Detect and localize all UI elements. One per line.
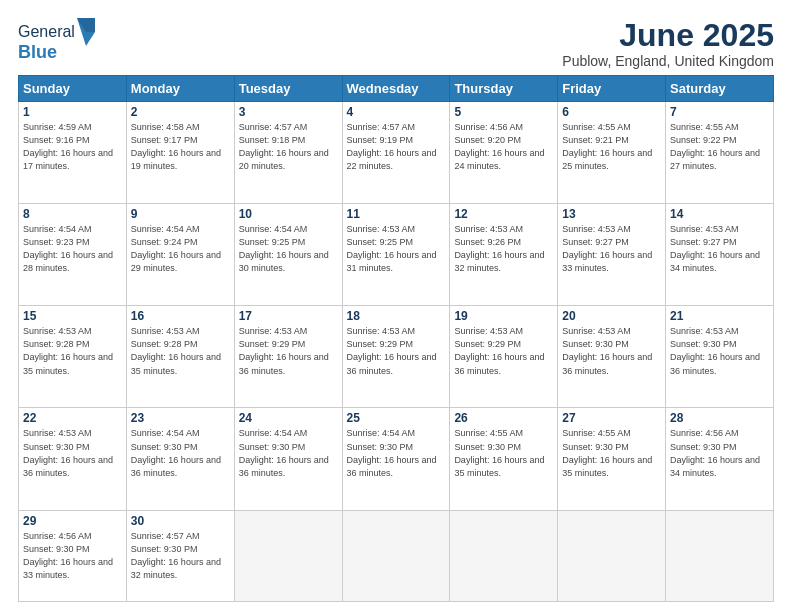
calendar-cell: 25Sunrise: 4:54 AMSunset: 9:30 PMDayligh… bbox=[342, 408, 450, 510]
day-info: Sunrise: 4:56 AMSunset: 9:30 PMDaylight:… bbox=[670, 427, 769, 479]
day-info: Sunrise: 4:58 AMSunset: 9:17 PMDaylight:… bbox=[131, 121, 230, 173]
calendar-week-row: 8Sunrise: 4:54 AMSunset: 9:23 PMDaylight… bbox=[19, 204, 774, 306]
calendar-week-row: 15Sunrise: 4:53 AMSunset: 9:28 PMDayligh… bbox=[19, 306, 774, 408]
calendar-cell: 10Sunrise: 4:54 AMSunset: 9:25 PMDayligh… bbox=[234, 204, 342, 306]
day-number: 12 bbox=[454, 207, 553, 221]
day-info: Sunrise: 4:55 AMSunset: 9:30 PMDaylight:… bbox=[454, 427, 553, 479]
day-number: 9 bbox=[131, 207, 230, 221]
day-info: Sunrise: 4:54 AMSunset: 9:30 PMDaylight:… bbox=[131, 427, 230, 479]
day-number: 19 bbox=[454, 309, 553, 323]
calendar-cell: 6Sunrise: 4:55 AMSunset: 9:21 PMDaylight… bbox=[558, 102, 666, 204]
calendar-cell: 22Sunrise: 4:53 AMSunset: 9:30 PMDayligh… bbox=[19, 408, 127, 510]
calendar-cell: 20Sunrise: 4:53 AMSunset: 9:30 PMDayligh… bbox=[558, 306, 666, 408]
day-info: Sunrise: 4:53 AMSunset: 9:30 PMDaylight:… bbox=[23, 427, 122, 479]
day-info: Sunrise: 4:55 AMSunset: 9:21 PMDaylight:… bbox=[562, 121, 661, 173]
header: General Blue June 2025 Publow, England, … bbox=[18, 18, 774, 69]
calendar-cell: 8Sunrise: 4:54 AMSunset: 9:23 PMDaylight… bbox=[19, 204, 127, 306]
calendar-cell: 16Sunrise: 4:53 AMSunset: 9:28 PMDayligh… bbox=[126, 306, 234, 408]
calendar-header-row: Sunday Monday Tuesday Wednesday Thursday… bbox=[19, 76, 774, 102]
day-info: Sunrise: 4:53 AMSunset: 9:25 PMDaylight:… bbox=[347, 223, 446, 275]
calendar-cell: 15Sunrise: 4:53 AMSunset: 9:28 PMDayligh… bbox=[19, 306, 127, 408]
day-number: 27 bbox=[562, 411, 661, 425]
day-number: 30 bbox=[131, 514, 230, 528]
day-number: 15 bbox=[23, 309, 122, 323]
day-info: Sunrise: 4:55 AMSunset: 9:30 PMDaylight:… bbox=[562, 427, 661, 479]
calendar-cell: 2Sunrise: 4:58 AMSunset: 9:17 PMDaylight… bbox=[126, 102, 234, 204]
calendar-cell: 21Sunrise: 4:53 AMSunset: 9:30 PMDayligh… bbox=[666, 306, 774, 408]
day-info: Sunrise: 4:57 AMSunset: 9:18 PMDaylight:… bbox=[239, 121, 338, 173]
day-info: Sunrise: 4:53 AMSunset: 9:29 PMDaylight:… bbox=[347, 325, 446, 377]
col-monday: Monday bbox=[126, 76, 234, 102]
day-number: 23 bbox=[131, 411, 230, 425]
day-number: 24 bbox=[239, 411, 338, 425]
day-number: 20 bbox=[562, 309, 661, 323]
day-info: Sunrise: 4:53 AMSunset: 9:30 PMDaylight:… bbox=[670, 325, 769, 377]
day-info: Sunrise: 4:53 AMSunset: 9:28 PMDaylight:… bbox=[23, 325, 122, 377]
day-info: Sunrise: 4:54 AMSunset: 9:30 PMDaylight:… bbox=[347, 427, 446, 479]
day-number: 21 bbox=[670, 309, 769, 323]
calendar-cell: 11Sunrise: 4:53 AMSunset: 9:25 PMDayligh… bbox=[342, 204, 450, 306]
subtitle: Publow, England, United Kingdom bbox=[562, 53, 774, 69]
calendar-cell: 4Sunrise: 4:57 AMSunset: 9:19 PMDaylight… bbox=[342, 102, 450, 204]
day-number: 28 bbox=[670, 411, 769, 425]
calendar-week-row: 1Sunrise: 4:59 AMSunset: 9:16 PMDaylight… bbox=[19, 102, 774, 204]
calendar-cell: 24Sunrise: 4:54 AMSunset: 9:30 PMDayligh… bbox=[234, 408, 342, 510]
calendar-cell bbox=[666, 510, 774, 601]
calendar-cell: 14Sunrise: 4:53 AMSunset: 9:27 PMDayligh… bbox=[666, 204, 774, 306]
day-number: 25 bbox=[347, 411, 446, 425]
logo-blue-text: Blue bbox=[18, 42, 57, 63]
calendar-cell: 29Sunrise: 4:56 AMSunset: 9:30 PMDayligh… bbox=[19, 510, 127, 601]
day-info: Sunrise: 4:55 AMSunset: 9:22 PMDaylight:… bbox=[670, 121, 769, 173]
day-info: Sunrise: 4:53 AMSunset: 9:27 PMDaylight:… bbox=[562, 223, 661, 275]
logo: General Blue bbox=[18, 18, 95, 63]
col-tuesday: Tuesday bbox=[234, 76, 342, 102]
logo-general-text: General bbox=[18, 23, 75, 41]
day-info: Sunrise: 4:53 AMSunset: 9:30 PMDaylight:… bbox=[562, 325, 661, 377]
calendar-cell: 9Sunrise: 4:54 AMSunset: 9:24 PMDaylight… bbox=[126, 204, 234, 306]
calendar-cell: 19Sunrise: 4:53 AMSunset: 9:29 PMDayligh… bbox=[450, 306, 558, 408]
title-area: June 2025 Publow, England, United Kingdo… bbox=[562, 18, 774, 69]
calendar-cell bbox=[234, 510, 342, 601]
day-number: 4 bbox=[347, 105, 446, 119]
day-number: 6 bbox=[562, 105, 661, 119]
col-sunday: Sunday bbox=[19, 76, 127, 102]
day-number: 14 bbox=[670, 207, 769, 221]
day-number: 5 bbox=[454, 105, 553, 119]
day-number: 22 bbox=[23, 411, 122, 425]
day-info: Sunrise: 4:54 AMSunset: 9:25 PMDaylight:… bbox=[239, 223, 338, 275]
col-friday: Friday bbox=[558, 76, 666, 102]
day-info: Sunrise: 4:53 AMSunset: 9:26 PMDaylight:… bbox=[454, 223, 553, 275]
calendar-cell: 1Sunrise: 4:59 AMSunset: 9:16 PMDaylight… bbox=[19, 102, 127, 204]
calendar-cell bbox=[342, 510, 450, 601]
calendar-week-row: 29Sunrise: 4:56 AMSunset: 9:30 PMDayligh… bbox=[19, 510, 774, 601]
calendar-cell: 7Sunrise: 4:55 AMSunset: 9:22 PMDaylight… bbox=[666, 102, 774, 204]
calendar-cell: 18Sunrise: 4:53 AMSunset: 9:29 PMDayligh… bbox=[342, 306, 450, 408]
day-info: Sunrise: 4:53 AMSunset: 9:27 PMDaylight:… bbox=[670, 223, 769, 275]
calendar-cell: 23Sunrise: 4:54 AMSunset: 9:30 PMDayligh… bbox=[126, 408, 234, 510]
day-number: 17 bbox=[239, 309, 338, 323]
calendar-cell: 28Sunrise: 4:56 AMSunset: 9:30 PMDayligh… bbox=[666, 408, 774, 510]
day-number: 26 bbox=[454, 411, 553, 425]
day-number: 8 bbox=[23, 207, 122, 221]
day-number: 29 bbox=[23, 514, 122, 528]
calendar-cell: 17Sunrise: 4:53 AMSunset: 9:29 PMDayligh… bbox=[234, 306, 342, 408]
calendar-cell: 3Sunrise: 4:57 AMSunset: 9:18 PMDaylight… bbox=[234, 102, 342, 204]
day-info: Sunrise: 4:54 AMSunset: 9:23 PMDaylight:… bbox=[23, 223, 122, 275]
calendar-cell: 26Sunrise: 4:55 AMSunset: 9:30 PMDayligh… bbox=[450, 408, 558, 510]
day-number: 18 bbox=[347, 309, 446, 323]
calendar-cell: 5Sunrise: 4:56 AMSunset: 9:20 PMDaylight… bbox=[450, 102, 558, 204]
day-number: 2 bbox=[131, 105, 230, 119]
day-info: Sunrise: 4:57 AMSunset: 9:19 PMDaylight:… bbox=[347, 121, 446, 173]
day-info: Sunrise: 4:57 AMSunset: 9:30 PMDaylight:… bbox=[131, 530, 230, 582]
month-title: June 2025 bbox=[562, 18, 774, 53]
day-info: Sunrise: 4:56 AMSunset: 9:30 PMDaylight:… bbox=[23, 530, 122, 582]
calendar-cell: 27Sunrise: 4:55 AMSunset: 9:30 PMDayligh… bbox=[558, 408, 666, 510]
calendar-cell: 13Sunrise: 4:53 AMSunset: 9:27 PMDayligh… bbox=[558, 204, 666, 306]
day-number: 10 bbox=[239, 207, 338, 221]
day-info: Sunrise: 4:53 AMSunset: 9:29 PMDaylight:… bbox=[239, 325, 338, 377]
col-thursday: Thursday bbox=[450, 76, 558, 102]
calendar-week-row: 22Sunrise: 4:53 AMSunset: 9:30 PMDayligh… bbox=[19, 408, 774, 510]
calendar: Sunday Monday Tuesday Wednesday Thursday… bbox=[18, 75, 774, 602]
calendar-cell: 30Sunrise: 4:57 AMSunset: 9:30 PMDayligh… bbox=[126, 510, 234, 601]
calendar-cell bbox=[558, 510, 666, 601]
